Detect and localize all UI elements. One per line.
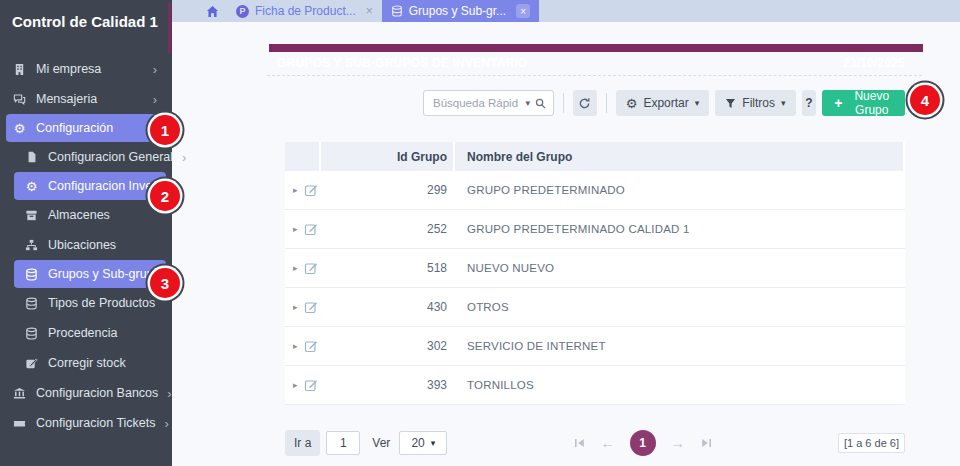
current-page[interactable]: 1 xyxy=(630,430,656,456)
chat-icon xyxy=(12,93,27,106)
tab-bar: P Ficha de Product... × Grupos y Sub-gr.… xyxy=(172,0,960,22)
sidebar-item-mi-empresa[interactable]: Mi empresa › xyxy=(0,54,172,84)
search-icon[interactable] xyxy=(535,98,546,109)
edit-row-icon[interactable] xyxy=(304,339,318,353)
expand-row-icon[interactable]: ▸ xyxy=(293,380,298,390)
annotation-badge-3: 3 xyxy=(150,268,180,298)
sidebar-item-configuracion-bancos[interactable]: Configuracion Bancos › xyxy=(0,378,172,408)
tab-label: Ficha de Product... xyxy=(255,4,356,18)
sidebar-item-corregir-stock[interactable]: Corregir stock xyxy=(0,348,172,378)
range-indicator: [1 a 6 de 6] xyxy=(838,433,905,453)
group-name: NUEVO NUEVO xyxy=(455,262,905,274)
table-row: ▸ 518 NUEVO NUEVO xyxy=(285,249,905,288)
sidebar-item-procedencia[interactable]: Procedencia xyxy=(0,318,172,348)
sidebar-item-almacenes[interactable]: Almacenes xyxy=(0,200,172,230)
close-icon[interactable]: × xyxy=(366,4,373,18)
sidebar-item-label: Mi empresa xyxy=(36,62,101,76)
sidebar-item-label: Configuracion Tickets xyxy=(36,416,156,430)
filter-icon xyxy=(725,98,736,109)
sidebar-item-ubicaciones[interactable]: Ubicaciones xyxy=(0,230,172,260)
annotation-badge-1: 1 xyxy=(150,115,180,145)
tab-ficha-de-producto[interactable]: P Ficha de Product... × xyxy=(227,0,382,22)
edit-row-icon[interactable] xyxy=(304,183,318,197)
group-id: 252 xyxy=(321,222,455,236)
home-button[interactable] xyxy=(198,0,227,22)
goto-page-input[interactable] xyxy=(326,431,360,455)
refresh-icon xyxy=(578,97,591,110)
group-id: 518 xyxy=(321,261,455,275)
chevron-right-icon: › xyxy=(167,386,174,401)
file-icon xyxy=(24,151,39,163)
caret-down-icon[interactable]: ▾ xyxy=(525,98,530,108)
filters-button[interactable]: Filtros ▾ xyxy=(715,90,795,116)
toolbar-actions: ⚙ Exportar ▾ Filtros ▾ ? + Nuevo Grupo xyxy=(616,90,905,116)
edit-row-icon[interactable] xyxy=(304,300,318,314)
refresh-button[interactable] xyxy=(573,90,597,116)
sidebar-item-tipos-de-productos[interactable]: Tipos de Productos xyxy=(0,288,172,318)
caret-down-icon: ▾ xyxy=(695,98,700,108)
next-page-icon[interactable]: → xyxy=(671,435,685,451)
page-header: GRUPOS Y SUB-GRUPOS DE INVENTARIO 23/10/… xyxy=(277,56,905,70)
export-button[interactable]: ⚙ Exportar ▾ xyxy=(616,90,710,116)
close-icon[interactable]: × xyxy=(516,4,530,18)
sidebar-item-label: Almacenes xyxy=(48,208,110,222)
toolbar: ▾ ⚙ Exportar ▾ Filtros ▾ ? + Nuevo Grupo xyxy=(423,89,905,117)
expand-row-icon[interactable]: ▸ xyxy=(293,302,298,312)
archive-icon xyxy=(24,209,39,222)
export-label: Exportar xyxy=(643,96,688,110)
chevron-right-icon: › xyxy=(153,92,160,107)
new-group-label: Nuevo Grupo xyxy=(850,89,893,117)
divider xyxy=(563,93,564,113)
sidebar-scrollbar-thumb[interactable] xyxy=(168,2,171,54)
sidebar-item-mensajeria[interactable]: Mensajeria › xyxy=(0,84,172,114)
sidebar-item-configuracion-general[interactable]: Configuracion General › xyxy=(0,142,172,172)
edit-row-icon[interactable] xyxy=(304,378,318,392)
new-group-button[interactable]: + Nuevo Grupo xyxy=(822,90,905,116)
caret-down-icon: ▾ xyxy=(431,438,436,448)
expand-row-icon[interactable]: ▸ xyxy=(293,341,298,351)
first-page-icon[interactable] xyxy=(574,437,586,449)
filters-label: Filtros xyxy=(742,96,775,110)
help-button[interactable]: ? xyxy=(802,90,817,116)
tab-grupos-y-subgrupos[interactable]: Grupos y Sub-gr... × xyxy=(382,0,539,22)
expand-row-icon[interactable]: ▸ xyxy=(293,185,298,195)
goto-label: Ir a xyxy=(285,430,320,456)
gear-icon: ⚙ xyxy=(12,122,27,135)
group-id: 393 xyxy=(321,378,455,392)
group-name: GRUPO PREDETERMINADO CALIDAD 1 xyxy=(455,223,905,235)
gear-icon: ⚙ xyxy=(626,97,638,110)
sidebar-item-grupos-y-sub-grupos[interactable]: Grupos y Sub-grupos xyxy=(14,260,166,288)
sidebar-item-configuracion-tickets[interactable]: Configuracion Tickets › xyxy=(0,408,172,438)
edit-row-icon[interactable] xyxy=(304,222,318,236)
expand-row-icon[interactable]: ▸ xyxy=(293,224,298,234)
bank-icon xyxy=(12,387,27,400)
group-name: TORNILLOS xyxy=(455,379,905,391)
group-id: 430 xyxy=(321,300,455,314)
per-page-select[interactable]: 20 ▾ xyxy=(399,431,447,455)
caret-down-icon: ▾ xyxy=(781,98,786,108)
sidebar-item-label: Procedencia xyxy=(48,326,118,340)
sidebar-item-label: Corregir stock xyxy=(48,356,126,370)
sidebar-item-configuracion-inventario[interactable]: ⚙ Configuracion Inventario xyxy=(14,172,166,200)
groups-table: Id Grupo Nombre del Grupo ▸ 299 GRUPO PR… xyxy=(285,142,905,405)
layers-icon xyxy=(24,268,39,281)
sidebar-item-label: Configuracion General xyxy=(48,150,173,164)
sidebar-item-configuracion[interactable]: ⚙ Configuración xyxy=(6,114,166,142)
table-row: ▸ 252 GRUPO PREDETERMINADO CALIDAD 1 xyxy=(285,210,905,249)
page-title: GRUPOS Y SUB-GRUPOS DE INVENTARIO xyxy=(277,56,528,70)
search-input[interactable] xyxy=(431,96,520,110)
header-nombre-del-grupo: Nombre del Grupo xyxy=(455,142,905,171)
home-icon xyxy=(206,5,219,18)
header-actions-cell xyxy=(285,142,321,171)
ticket-icon xyxy=(12,417,27,430)
quick-search[interactable]: ▾ xyxy=(423,90,554,116)
edit-icon xyxy=(24,357,39,370)
page-date: 23/10/2025 xyxy=(843,56,905,70)
expand-row-icon[interactable]: ▸ xyxy=(293,263,298,273)
sidebar: Control de Calidad 1 Mi empresa › Mensaj… xyxy=(0,0,172,466)
prev-page-icon[interactable]: ← xyxy=(601,435,615,451)
sidebar-item-label: Mensajeria xyxy=(36,92,97,106)
chevron-right-icon: › xyxy=(182,150,189,165)
edit-row-icon[interactable] xyxy=(304,261,318,275)
last-page-icon[interactable] xyxy=(700,437,712,449)
